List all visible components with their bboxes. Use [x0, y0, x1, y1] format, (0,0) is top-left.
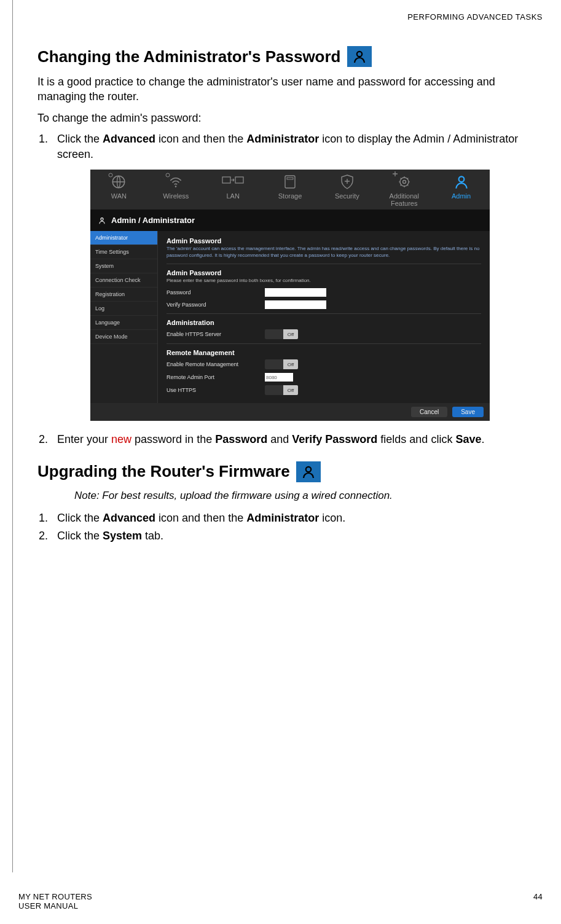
step-2: Enter your new password in the Password … — [51, 432, 543, 447]
admin-icon — [347, 46, 372, 67]
t: and — [267, 433, 292, 445]
t: new — [111, 433, 131, 445]
steps-list-2: Click the Advanced icon and then the Adm… — [37, 511, 543, 544]
toggle-off-label: Off — [283, 329, 298, 339]
button-bar: Cancel Save — [90, 403, 490, 421]
steps-list-1b: Enter your new password in the Password … — [37, 432, 543, 447]
step-1: Click the Advanced icon and then the Adm… — [51, 131, 543, 162]
nav-additional[interactable]: Additional Features — [375, 173, 433, 207]
nav-label: Security — [318, 192, 375, 200]
t: icon and then the — [155, 133, 246, 145]
toggle-off-label: Off — [283, 359, 298, 369]
label-password: Password — [167, 289, 265, 296]
breadcrumb-text: Admin / Administrator — [111, 216, 195, 225]
t: fields and click — [377, 433, 455, 445]
note: Note: For best results, upload the firmw… — [74, 490, 543, 502]
svg-point-4 — [175, 186, 177, 188]
sidebar-item-time[interactable]: Time Settings — [90, 245, 157, 259]
nav-security[interactable]: Security — [318, 173, 375, 207]
toggle-https-server[interactable]: Off — [265, 329, 298, 339]
sidebar-item-connection[interactable]: Connection Check — [90, 273, 157, 288]
nav-wireless[interactable]: Wireless — [147, 173, 205, 207]
toggle-remote-mgmt[interactable]: Off — [265, 359, 298, 369]
t: Verify Password — [292, 433, 377, 445]
step-1b: Click the Advanced icon and then the Adm… — [51, 511, 543, 526]
save-button[interactable]: Save — [452, 407, 484, 417]
screenshot-figure: WAN Wireless LAN Storage Security Additi… — [90, 170, 490, 421]
t: Administrator — [246, 133, 319, 145]
lead-text: To change the admin's password: — [37, 111, 543, 125]
svg-point-11 — [458, 177, 464, 182]
label-https-server: Enable HTTPS Server — [167, 331, 265, 337]
t: Click the — [57, 133, 103, 145]
label-remote-mgmt: Enable Remote Management — [167, 361, 265, 367]
sidebar-item-log[interactable]: Log — [90, 302, 157, 316]
admin-icon — [296, 461, 321, 482]
step-2b: Click the System tab. — [51, 528, 543, 544]
t: Advanced — [103, 133, 155, 145]
svg-point-3 — [166, 173, 170, 177]
t: password in the — [131, 433, 215, 445]
t: Click the — [57, 530, 103, 542]
t: Administrator — [246, 512, 319, 524]
section-desc-adminpw2: Please enter the same password into both… — [167, 278, 481, 286]
nav-label: Storage — [262, 192, 319, 200]
toggle-use-https[interactable]: Off — [265, 385, 298, 395]
field-password: Password — [167, 286, 481, 299]
t: Advanced — [103, 512, 155, 524]
sidebar-item-devicemode[interactable]: Device Mode — [90, 330, 157, 344]
section-title-adminpw2: Admin Password — [167, 267, 481, 278]
page-number: 44 — [533, 892, 543, 910]
field-use-https: Use HTTPS Off — [167, 383, 481, 397]
field-remote-port: Remote Admin Port — [167, 371, 481, 383]
sidebar-item-administrator[interactable]: Administrator — [90, 231, 157, 245]
field-remote-mgmt: Enable Remote Management Off — [167, 358, 481, 371]
nav-label: Admin — [433, 192, 490, 200]
svg-rect-6 — [235, 177, 243, 183]
t: icon. — [319, 512, 345, 524]
remote-port-input[interactable] — [265, 373, 293, 382]
label-remote-port: Remote Admin Port — [167, 374, 265, 380]
label-verify: Verify Password — [167, 302, 265, 308]
nav-lan[interactable]: LAN — [205, 173, 262, 207]
heading-upgrading-firmware: Upgrading the Router's Firmware — [37, 461, 543, 482]
main-panel: Admin Password The 'admin' account can a… — [158, 231, 490, 403]
nav-admin[interactable]: Admin — [433, 173, 490, 207]
sidebar-item-language[interactable]: Language — [90, 316, 157, 330]
heading-changing-password: Changing the Administrator's Password — [37, 46, 543, 67]
verify-password-input[interactable] — [265, 300, 326, 309]
sidebar: Administrator Time Settings System Conne… — [90, 231, 158, 403]
field-https-server: Enable HTTPS Server Off — [167, 327, 481, 341]
svg-point-0 — [356, 52, 361, 57]
footer-line1: MY NET ROUTERS — [18, 892, 92, 901]
cancel-button[interactable]: Cancel — [411, 407, 447, 417]
svg-point-12 — [101, 217, 103, 220]
steps-list-1: Click the Advanced icon and then the Adm… — [37, 131, 543, 162]
svg-rect-5 — [222, 177, 230, 183]
svg-point-1 — [109, 173, 112, 177]
nav-label: Wireless — [147, 192, 205, 200]
nav-label: WAN — [90, 192, 147, 200]
note-label: Note: — [74, 490, 100, 501]
svg-point-10 — [402, 181, 406, 184]
t: icon and then the — [155, 512, 246, 524]
t: System — [103, 530, 142, 542]
nav-storage[interactable]: Storage — [262, 173, 319, 207]
t: tab. — [142, 530, 163, 542]
footer-left: MY NET ROUTERS USER MANUAL — [18, 892, 92, 910]
heading-text: Changing the Administrator's Password — [37, 47, 341, 66]
password-input[interactable] — [265, 288, 326, 297]
page-header: PERFORMING ADVANCED TASKS — [37, 12, 543, 22]
field-verify: Verify Password — [167, 299, 481, 311]
nav-wan[interactable]: WAN — [90, 173, 147, 207]
t: Enter your — [57, 433, 111, 445]
sidebar-item-system[interactable]: System — [90, 259, 157, 273]
top-nav: WAN Wireless LAN Storage Security Additi… — [90, 170, 490, 209]
intro-text: It is a good practice to change the admi… — [37, 74, 543, 104]
nav-label: LAN — [205, 192, 262, 200]
heading-text: Upgrading the Router's Firmware — [37, 462, 290, 481]
sidebar-item-registration[interactable]: Registration — [90, 288, 157, 302]
svg-rect-8 — [287, 178, 293, 179]
section-title-adminpw1: Admin Password — [167, 235, 481, 246]
t: Save — [455, 433, 481, 445]
